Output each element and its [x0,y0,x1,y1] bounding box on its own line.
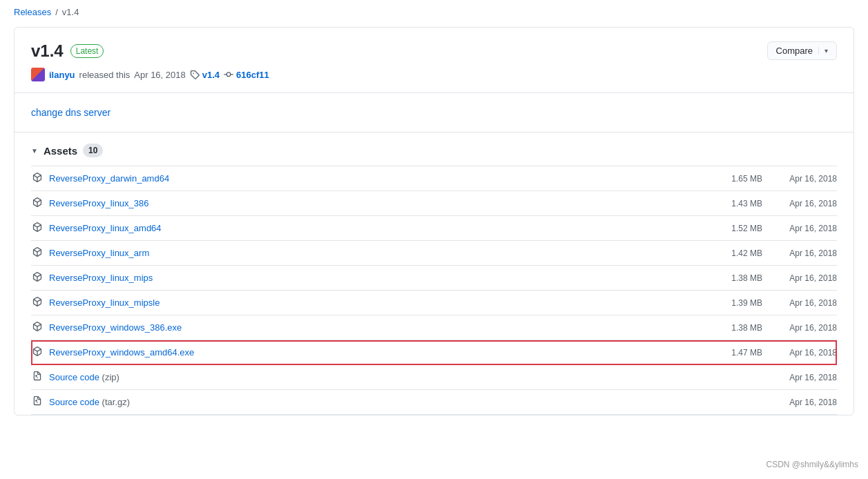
avatar [31,68,45,81]
asset-name-link[interactable]: ReverseProxy_darwin_amd64 [49,173,702,184]
tag-icon [190,70,200,79]
source-icon [31,396,44,408]
binary-icon [31,173,44,184]
binary-icon [31,322,44,333]
release-description: change dns server [31,107,837,118]
asset-name-link[interactable]: Source code (tar.gz) [49,397,702,407]
asset-date: Apr 16, 2018 [768,323,837,333]
source-icon [31,371,44,383]
author-link[interactable]: ilanyu [49,70,75,80]
asset-item: ReverseProxy_windows_386.exe1.38 MBApr 1… [31,315,837,340]
release-info: v1.4 Latest ilanyu released this Apr 16,… [31,41,269,81]
package-icon [32,297,42,306]
asset-date: Apr 16, 2018 [768,373,837,382]
assets-section: ▼ Assets 10 ReverseProxy_darwin_amd641.6… [15,133,853,415]
assets-label: Assets [44,145,77,157]
breadcrumb-current: v1.4 [62,7,79,17]
commit-icon [224,70,233,79]
breadcrumb-separator: / [55,7,58,17]
asset-date: Apr 16, 2018 [768,298,837,308]
release-title: v1.4 [31,41,64,61]
compare-button[interactable]: Compare ▾ [767,41,837,60]
package-icon [32,247,42,257]
asset-size: 1.43 MB [707,199,762,208]
binary-icon [31,346,44,358]
asset-name-link[interactable]: ReverseProxy_linux_mips [49,273,702,283]
asset-item: ReverseProxy_darwin_amd641.65 MBApr 16, … [31,166,837,191]
binary-icon [31,197,44,209]
asset-name-link[interactable]: ReverseProxy_linux_386 [49,198,702,208]
asset-date: Apr 16, 2018 [768,398,837,407]
assets-list: ReverseProxy_darwin_amd641.65 MBApr 16, … [31,166,837,415]
asset-size: 1.38 MB [707,323,762,333]
package-icon [32,272,42,282]
tag-ref: v1.4 [190,70,220,80]
compare-btn-group: Compare ▾ [767,41,837,60]
asset-name-link[interactable]: ReverseProxy_windows_amd64.exe [49,347,702,358]
release-body: change dns server [15,93,853,133]
package-icon [32,222,42,232]
asset-item: ReverseProxy_linux_mips1.38 MBApr 16, 20… [31,266,837,291]
breadcrumb: Releases / v1.4 [14,7,854,17]
release-description-link[interactable]: change dns server [31,107,110,118]
assets-count: 10 [83,144,103,157]
commit-ref: 616cf11 [224,70,269,80]
asset-name-link[interactable]: Source code (zip) [49,372,702,382]
assets-triangle: ▼ [31,147,38,155]
release-header: v1.4 Latest ilanyu released this Apr 16,… [15,28,853,93]
asset-name-link[interactable]: ReverseProxy_linux_mipsle [49,297,702,308]
commit-link[interactable]: 616cf11 [236,70,269,80]
asset-item: ReverseProxy_windows_amd64.exe1.47 MBApr… [31,340,837,365]
asset-item: ReverseProxy_linux_amd641.52 MBApr 16, 2… [31,216,837,241]
latest-badge: Latest [70,44,104,58]
file-icon [32,371,42,381]
released-text: released this [79,70,131,80]
asset-date: Apr 16, 2018 [768,224,837,233]
assets-header: ▼ Assets 10 [31,144,837,157]
asset-size: 1.65 MB [707,174,762,184]
compare-label: Compare [776,46,813,56]
breadcrumb-releases-link[interactable]: Releases [14,7,51,17]
asset-name-link[interactable]: ReverseProxy_windows_386.exe [49,322,702,333]
asset-date: Apr 16, 2018 [768,273,837,283]
release-meta: ilanyu released this Apr 16, 2018 v1.4 6… [31,68,269,81]
asset-size: 1.47 MB [707,348,762,358]
release-card: v1.4 Latest ilanyu released this Apr 16,… [14,27,854,416]
asset-size: 1.39 MB [707,298,762,308]
asset-date: Apr 16, 2018 [768,199,837,208]
asset-item: ReverseProxy_linux_mipsle1.39 MBApr 16, … [31,291,837,315]
package-icon [32,173,42,182]
release-date: Apr 16, 2018 [134,70,185,80]
asset-date: Apr 16, 2018 [768,174,837,184]
binary-icon [31,222,44,234]
asset-name-link[interactable]: ReverseProxy_linux_amd64 [49,223,702,233]
asset-item: ReverseProxy_linux_3861.43 MBApr 16, 201… [31,191,837,216]
binary-icon [31,297,44,309]
package-icon [32,197,42,207]
asset-size: 1.42 MB [707,248,762,258]
package-icon [32,322,42,331]
compare-dropdown-arrow: ▾ [818,47,828,55]
binary-icon [31,247,44,259]
binary-icon [31,272,44,284]
asset-name-link[interactable]: ReverseProxy_linux_arm [49,248,702,258]
file-icon [32,396,42,406]
asset-item: Source code (zip)Apr 16, 2018 [31,365,837,390]
asset-date: Apr 16, 2018 [768,248,837,258]
tag-link[interactable]: v1.4 [202,70,220,80]
package-icon [32,346,42,356]
release-title-row: v1.4 Latest [31,41,269,61]
asset-date: Apr 16, 2018 [768,348,837,358]
asset-size: 1.52 MB [707,224,762,233]
asset-size: 1.38 MB [707,273,762,283]
asset-item: Source code (tar.gz)Apr 16, 2018 [31,390,837,415]
asset-item: ReverseProxy_linux_arm1.42 MBApr 16, 201… [31,241,837,266]
